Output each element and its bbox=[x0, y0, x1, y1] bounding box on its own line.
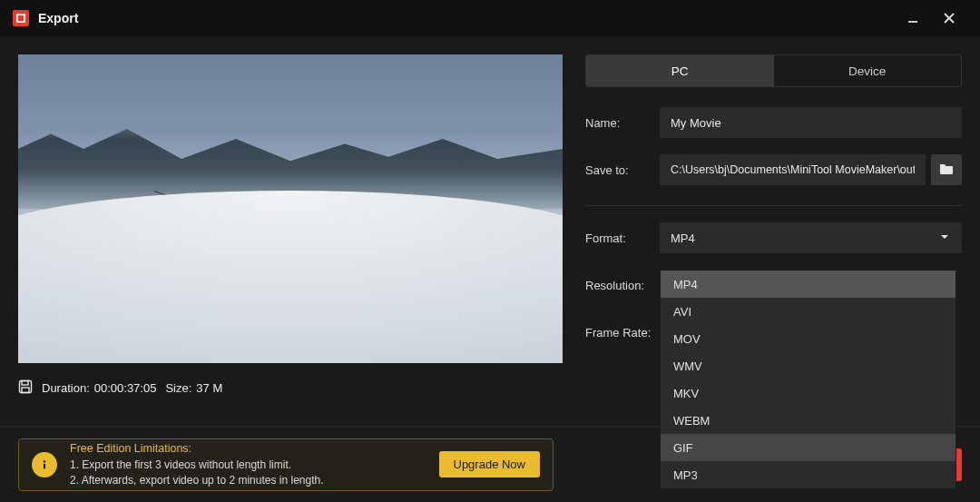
size-value: 37 M bbox=[196, 381, 222, 395]
row-format: Format: MP4 bbox=[585, 222, 962, 253]
main-content: Duration: 00:00:37:05 Size: 37 M PC Devi… bbox=[0, 36, 980, 415]
right-column: PC Device Name: Save to: Format: MP4 bbox=[585, 54, 962, 397]
svg-rect-7 bbox=[22, 388, 29, 393]
minimize-button[interactable] bbox=[895, 0, 931, 36]
limitations-title: Free Edition Limitations: bbox=[70, 440, 426, 457]
info-icon bbox=[32, 452, 57, 477]
close-button[interactable] bbox=[931, 0, 967, 36]
format-select[interactable]: MP4 bbox=[660, 222, 962, 253]
format-option-mp3[interactable]: MP3 bbox=[661, 461, 956, 488]
save-disk-icon bbox=[18, 379, 33, 397]
dropdown-anchor: Resolution: Frame Rate: MP4AVIMOVWMVMKVW… bbox=[585, 270, 962, 364]
app-icon bbox=[13, 10, 29, 26]
upgrade-button[interactable]: Upgrade Now bbox=[439, 451, 541, 477]
left-column: Duration: 00:00:37:05 Size: 37 M bbox=[18, 54, 567, 397]
size-label: Size: bbox=[165, 381, 191, 395]
limitations-box: Free Edition Limitations: 1. Export the … bbox=[18, 438, 554, 491]
label-resolution: Resolution: bbox=[585, 279, 660, 292]
svg-rect-9 bbox=[44, 463, 45, 468]
svg-point-8 bbox=[44, 460, 45, 462]
format-option-wmv[interactable]: WMV bbox=[661, 352, 956, 379]
titlebar: Export bbox=[0, 0, 980, 36]
window-title: Export bbox=[38, 11, 78, 25]
label-name: Name: bbox=[585, 116, 660, 130]
label-saveto: Save to: bbox=[585, 163, 660, 177]
label-format: Format: bbox=[585, 231, 660, 245]
browse-button[interactable] bbox=[931, 154, 962, 185]
format-option-mp4[interactable]: MP4 bbox=[661, 271, 956, 298]
row-name: Name: bbox=[585, 107, 962, 138]
format-select-value: MP4 bbox=[671, 231, 695, 245]
format-dropdown[interactable]: MP4AVIMOVWMVMKVWEBMGIFMP3 bbox=[660, 270, 956, 489]
video-preview bbox=[18, 54, 563, 363]
divider bbox=[585, 205, 962, 206]
folder-icon bbox=[938, 161, 955, 180]
saveto-input[interactable] bbox=[660, 154, 926, 185]
format-option-mkv[interactable]: MKV bbox=[661, 379, 956, 407]
limitations-line2: 2. Afterwards, export video up to 2 minu… bbox=[70, 473, 426, 488]
duration-value: 00:00:37:05 bbox=[94, 381, 157, 395]
chevron-down-icon bbox=[938, 231, 951, 246]
format-option-avi[interactable]: AVI bbox=[661, 298, 956, 325]
limitations-text: Free Edition Limitations: 1. Export the … bbox=[70, 440, 426, 489]
tab-pc[interactable]: PC bbox=[586, 55, 774, 86]
name-input[interactable] bbox=[660, 107, 962, 138]
row-saveto: Save to: bbox=[585, 154, 962, 185]
format-option-mov[interactable]: MOV bbox=[661, 325, 956, 352]
format-option-gif[interactable]: GIF bbox=[661, 434, 956, 461]
preview-info: Duration: 00:00:37:05 Size: 37 M bbox=[18, 379, 567, 397]
format-option-webm[interactable]: WEBM bbox=[661, 407, 956, 434]
label-framerate: Frame Rate: bbox=[585, 326, 660, 340]
tab-device[interactable]: Device bbox=[774, 55, 962, 86]
duration-label: Duration: bbox=[42, 381, 90, 395]
export-target-tabs: PC Device bbox=[585, 54, 962, 87]
svg-rect-6 bbox=[22, 381, 28, 386]
svg-rect-1 bbox=[18, 15, 24, 21]
limitations-line1: 1. Export the first 3 videos without len… bbox=[70, 458, 426, 473]
